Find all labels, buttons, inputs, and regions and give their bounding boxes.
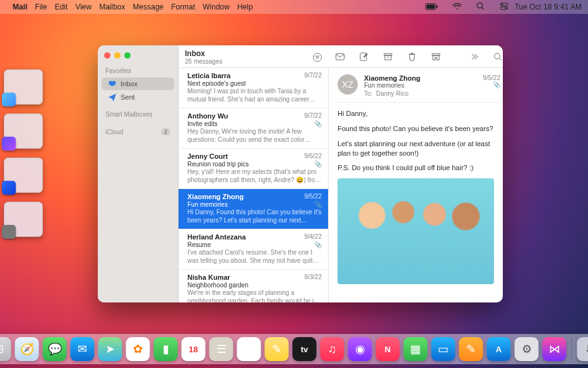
stage-thumb[interactable] [4,113,43,149]
mailbox-count: 26 messages [185,58,222,65]
attachment-image[interactable] [338,178,494,284]
stage-thumb[interactable] [4,158,43,193]
menu-window[interactable]: Window [203,3,230,11]
stage-manager [4,69,43,237]
msg-preview: We're in the early stages of planning a … [187,289,322,302]
filter-icon[interactable] [312,52,322,62]
junk-icon[interactable] [431,52,441,62]
attachment-icon: 📎 [314,120,322,127]
sidebar-badge: 2 [161,128,170,135]
msg-subject: Reunion road trip pics [187,161,249,168]
msg-date: 9/4/22 [304,233,322,241]
menu-format[interactable]: Format [171,3,195,11]
dock-reminders[interactable]: ⋮ [237,337,261,361]
sidebar-item-sent[interactable]: Sent [102,91,174,103]
sidebar-item-inbox[interactable]: Inbox [102,78,174,90]
dock-shortcuts[interactable]: ⋈ [543,337,567,361]
mark-read-icon[interactable] [335,52,345,62]
message-row[interactable]: Anthony Wu9/7/22Invite edits📎Hey Danny, … [179,108,328,149]
menu-view[interactable]: View [75,3,91,11]
message-list[interactable]: Leticia Ibarra9/7/22Next episode's guest… [179,68,329,302]
menu-clock[interactable]: Tue Oct 18 9:41 AM [515,3,582,11]
dock-music[interactable]: ♫ [320,337,344,361]
msg-preview: Hey, y'all! Here are my selects (that's … [187,168,322,184]
dock-podcasts[interactable]: ◉ [348,337,372,361]
menu-help[interactable]: Help [237,3,253,11]
msg-from: Herland Antezana [187,233,246,241]
message-list-header: Inbox 26 messages [179,45,329,68]
msg-subject: Neighborhood garden [187,282,249,289]
sidebar-item-label: Inbox [121,80,138,88]
mailbox-title: Inbox [185,49,222,58]
compose-icon[interactable] [359,52,369,62]
battery-icon[interactable] [419,3,440,12]
app-menu[interactable]: Mail [13,3,27,11]
menu-mailbox[interactable]: Mailbox [99,3,125,11]
menu-file[interactable]: File [35,3,47,11]
sidebar-section-smart: Smart Mailboxes [98,108,178,120]
dock-settings[interactable]: ⚙ [515,337,539,361]
message-row[interactable]: Nisha Kumar9/3/22Neighborhood gardenWe'r… [179,270,328,302]
dock-appstore[interactable]: A [487,337,511,361]
dock-pages[interactable]: ✎ [459,337,483,361]
msg-subject: Invite edits [187,120,218,127]
msg-from: Leticia Ibarra [187,72,230,79]
more-icon[interactable] [469,52,479,62]
reader-date: 9/5/22 [483,74,500,81]
mail-window: Favorites Inbox Sent Smart Mailboxes iCl… [98,45,503,302]
message-row[interactable]: Xiaomeng Zhong9/5/22Fun memories📎Hi Dann… [179,189,328,229]
attachment-icon: 📎 [314,161,322,168]
sidebar-section-icloud[interactable]: iCloud 2 [98,125,178,138]
status-icons [413,2,509,12]
message-row[interactable]: Herland Antezana9/4/22Resume📎I've attach… [179,229,328,270]
dock-launchpad[interactable]: ⊞ [0,337,11,361]
dock-facetime[interactable]: ▮ [154,337,178,361]
msg-from: Xiaomeng Zhong [187,193,244,200]
msg-preview: Hey Danny, We're loving the invite! A fe… [187,128,322,144]
sidebar-item-label: Sent [121,93,135,101]
message-row[interactable]: Leticia Ibarra9/7/22Next episode's guest… [179,68,328,108]
svg-rect-2 [436,5,437,8]
message-row[interactable]: Jenny Court9/6/22Reunion road trip pics📎… [179,149,328,189]
search-icon[interactable] [493,52,503,62]
wifi-icon[interactable] [446,3,464,12]
stage-thumb[interactable] [4,202,43,237]
menu-edit[interactable]: Edit [55,3,68,11]
svg-point-16 [495,53,500,59]
archive-icon[interactable] [383,52,393,62]
menu-bar: Mail File Edit View Mailbox Message Form… [0,0,588,14]
control-center-icon[interactable] [493,3,509,12]
reader-from: Xiaomeng Zhong [364,74,476,82]
dock-messages[interactable]: 💬 [43,337,67,361]
reader-paragraph: P.S. Do you think I could pull off blue … [338,163,500,173]
dock-notes[interactable]: ✎ [265,337,289,361]
stage-thumb[interactable] [4,69,43,105]
dock-maps[interactable]: ➤ [98,337,122,361]
minimize-button[interactable] [114,52,121,59]
spotlight-icon[interactable] [470,3,486,12]
msg-date: 9/5/22 [304,193,322,200]
fullscreen-button[interactable] [124,52,131,59]
dock-tv[interactable]: tv [293,337,317,361]
paperplane-icon [108,93,117,101]
close-button[interactable] [104,52,110,59]
trash-icon[interactable] [407,52,417,62]
dock-calendar[interactable]: 18 [182,337,206,361]
dock-contacts[interactable]: ☰ [209,337,233,361]
dock-keynote[interactable]: ▭ [432,337,456,361]
svg-rect-5 [500,3,508,6]
dock-photos[interactable]: ✿ [126,337,150,361]
sidebar-section-label: iCloud [105,129,123,135]
svg-line-4 [482,8,484,9]
sidebar-section-favorites: Favorites [98,65,178,77]
menu-message[interactable]: Message [133,3,164,11]
dock-numbers[interactable]: ▦ [404,337,428,361]
dock-safari[interactable]: 🧭 [15,337,39,361]
dock-downloads[interactable]: ⬇ [577,337,589,361]
msg-from: Anthony Wu [187,112,228,120]
dock-news[interactable]: N [376,337,400,361]
reader-to-label: To: [364,90,372,97]
reader-paragraph: Let's start planning our next adventure … [338,139,500,158]
reader-toolbar [329,45,503,68]
dock-mail[interactable]: ✉ [71,337,95,361]
